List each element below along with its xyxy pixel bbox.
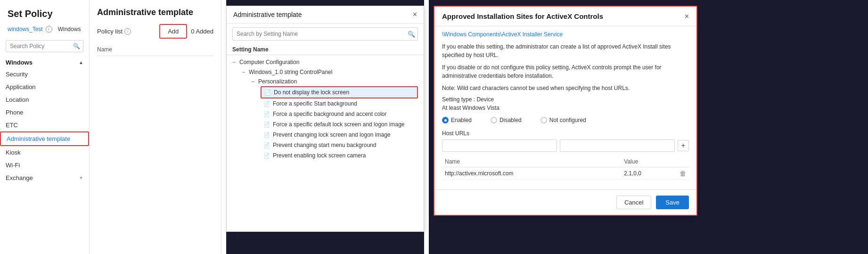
- popup-close-button[interactable]: ×: [413, 11, 417, 18]
- breadcrumb: windows_Test i Windows: [0, 24, 89, 36]
- policy-list-info-icon[interactable]: i: [124, 28, 131, 35]
- chevron-up-icon[interactable]: ▲: [79, 60, 83, 65]
- breadcrumb-link[interactable]: windows_Test: [8, 26, 43, 33]
- sidebar-item-phone[interactable]: Phone: [0, 106, 89, 119]
- search-input[interactable]: [6, 40, 83, 52]
- url-name-cell: http://activex.microsoft.com: [442, 167, 621, 180]
- tree-item-bg-accent[interactable]: 📄 Force a specific background and accent…: [261, 109, 418, 119]
- activex-desc2: If you disable or do not configure this …: [442, 63, 689, 80]
- doc-icon-7: 📄: [263, 153, 270, 159]
- tree-sub-windows: − Windows_1.0 string ControlPanel − Pers…: [232, 67, 418, 161]
- doc-icon-3: 📄: [263, 111, 270, 117]
- url-delete-cell: 🗑: [677, 167, 689, 180]
- tree-item-start-bg[interactable]: 📄 Force a specific Start background: [261, 98, 418, 109]
- personalization-items: 📄 Do not display the lock screen 📄 Force…: [251, 86, 418, 161]
- sidebar-section-label: Windows ▲: [0, 56, 89, 68]
- popup-search-area: 🔍: [227, 24, 424, 44]
- tree-items-personalization: − Personalization 📄 Do not display the l…: [242, 77, 418, 161]
- spacer: [221, 0, 226, 254]
- radio-enabled-circle: [442, 117, 449, 123]
- value-column-th: Value: [621, 156, 677, 167]
- sidebar-item-administrative-template[interactable]: Administrative template: [0, 131, 89, 146]
- activex-setting-type: Setting type : Device: [442, 96, 689, 103]
- activex-close-button[interactable]: ×: [685, 13, 689, 20]
- activex-title: Approved Installation Sites for ActiveX …: [442, 12, 603, 20]
- tree-item-lock-screen[interactable]: 📄 Do not display the lock screen: [261, 86, 418, 98]
- host-url-input-2[interactable]: [560, 139, 675, 152]
- activex-path: \Windows Components\ActiveX Installer Se…: [442, 31, 689, 38]
- radio-disabled-circle: [491, 117, 497, 123]
- search-icon: 🔍: [73, 43, 80, 49]
- tree-group-title: − Computer Configuration: [232, 57, 418, 67]
- doc-icon-4: 📄: [263, 122, 270, 128]
- tree-item-prevent-start[interactable]: 📄 Prevent changing start menu background: [261, 140, 418, 150]
- radio-disabled[interactable]: Disabled: [491, 117, 522, 123]
- name-column-th: Name: [442, 156, 621, 167]
- spacer2: [424, 0, 429, 254]
- sidebar-item-application[interactable]: Application: [0, 81, 89, 93]
- radio-not-configured-circle: [540, 117, 547, 123]
- activex-header: Approved Installation Sites for ActiveX …: [434, 7, 696, 26]
- url-table: Name Value http://activex.microsoft.com …: [442, 156, 689, 180]
- set-policy-panel: Set Policy windows_Test i Windows 🔍 Wind…: [0, 0, 90, 254]
- policy-list-label: Policy list i: [97, 28, 131, 35]
- tree-list: − Computer Configuration − Windows_1.0 s…: [227, 55, 424, 229]
- tree-sub-personalization: − Personalization: [251, 77, 418, 86]
- activex-footer: Cancel Save: [434, 189, 696, 215]
- sidebar-item-kiosk[interactable]: Kiosk: [0, 146, 89, 159]
- delete-url-button[interactable]: 🗑: [680, 170, 686, 177]
- save-button[interactable]: Save: [656, 196, 689, 209]
- activex-panel: Approved Installation Sites for ActiveX …: [434, 6, 697, 216]
- doc-icon-2: 📄: [263, 101, 270, 107]
- add-url-button[interactable]: +: [678, 140, 689, 151]
- doc-icon: 📄: [264, 90, 271, 96]
- page-title: Set Policy: [0, 0, 89, 24]
- activex-desc1: If you enable this setting, the administ…: [442, 42, 689, 59]
- radio-enabled[interactable]: Enabled: [442, 117, 472, 123]
- sidebar-scroll: Security Application Location Phone ETC …: [0, 68, 89, 184]
- host-url-input-1[interactable]: [442, 139, 557, 152]
- tree-item-prevent-camera[interactable]: 📄 Prevent enabling lock screen camera: [261, 150, 418, 161]
- sidebar-item-security[interactable]: Security: [0, 68, 89, 81]
- policy-list-row: Policy list i Add 0 Added: [97, 24, 213, 39]
- radio-not-configured[interactable]: Not configured: [540, 117, 586, 123]
- breadcrumb-current: Windows: [58, 26, 81, 33]
- doc-icon-6: 📄: [263, 142, 270, 148]
- url-value-cell: 2,1,0,0: [621, 167, 677, 180]
- url-table-row: http://activex.microsoft.com 2,1,0,0 🗑: [442, 167, 689, 180]
- action-column-th: [677, 156, 689, 167]
- popup-search-input[interactable]: [232, 27, 418, 41]
- popup-search-icon: 🔍: [408, 31, 415, 38]
- tree-item-prevent-lock[interactable]: 📄 Prevent changing lock screen and logon…: [261, 130, 418, 140]
- popup-header: Administrative template ×: [227, 6, 424, 24]
- name-column-header: Name: [97, 44, 213, 56]
- tree-group-computer-config: − Computer Configuration − Windows_1.0 s…: [227, 55, 424, 163]
- activex-note: Note: Wild card characters cannot be use…: [442, 84, 689, 92]
- chevron-down-icon: ▼: [79, 175, 83, 180]
- admin-template-title: Administrative template: [97, 8, 213, 17]
- doc-icon-5: 📄: [263, 132, 270, 138]
- activex-min-version: At least Windows Vista: [442, 105, 689, 111]
- add-button[interactable]: Add: [159, 24, 187, 39]
- sidebar-item-wifi[interactable]: Wi-Fi: [0, 159, 89, 172]
- setting-name-header: Setting Name: [227, 44, 424, 55]
- dark-background: [697, 0, 868, 254]
- host-urls-label: Host URLs: [442, 130, 689, 137]
- admin-template-popup: Administrative template × 🔍 Setting Name…: [226, 6, 424, 232]
- sidebar-item-etc[interactable]: ETC: [0, 119, 89, 131]
- cancel-button[interactable]: Cancel: [616, 196, 651, 209]
- sidebar-item-location[interactable]: Location: [0, 93, 89, 106]
- popup-title: Administrative template: [233, 11, 302, 18]
- admin-template-panel: Administrative template Policy list i Ad…: [90, 0, 221, 254]
- host-urls-row: +: [442, 139, 689, 152]
- radio-group: Enabled Disabled Not configured: [442, 117, 689, 123]
- info-icon[interactable]: i: [46, 26, 52, 33]
- activex-body: \Windows Components\ActiveX Installer Se…: [434, 26, 696, 189]
- added-count: 0 Added: [191, 28, 213, 35]
- tree-item-default-lock[interactable]: 📄 Force a specific default lock screen a…: [261, 119, 418, 130]
- sidebar-item-exchange[interactable]: Exchange ▼: [0, 172, 89, 184]
- policy-search-box: 🔍: [6, 40, 83, 52]
- tree-sub-title-windows: − Windows_1.0 string ControlPanel: [242, 67, 418, 77]
